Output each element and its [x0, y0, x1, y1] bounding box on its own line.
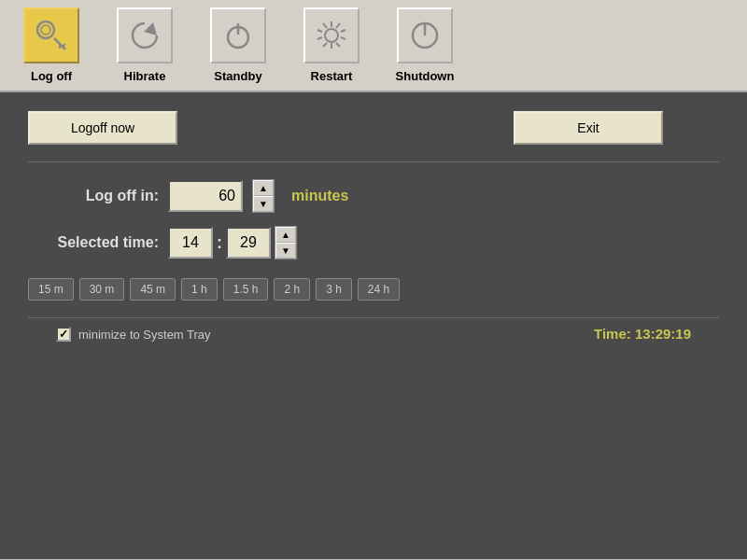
quick-btn-15m[interactable]: 15 m — [28, 278, 74, 301]
svg-point-0 — [37, 21, 54, 38]
svg-line-10 — [323, 23, 327, 28]
logoff-in-label: Log off in: — [28, 188, 159, 204]
logoff-in-spinner: ▲ ▼ — [252, 179, 275, 213]
svg-line-13 — [341, 37, 345, 39]
checkbox-check: ✓ — [59, 328, 68, 341]
current-time-value: 13:29:19 — [635, 326, 691, 342]
toolbar-item-logoff[interactable]: Log off — [19, 7, 84, 83]
logoff-now-button[interactable]: Logoff now — [28, 111, 177, 145]
svg-line-15 — [336, 43, 340, 47]
restart-icon — [303, 7, 359, 63]
minimize-row: ✓ minimize to System Tray — [56, 327, 211, 342]
logoff-in-unit: minutes — [291, 188, 348, 204]
quick-btn-30m[interactable]: 30 m — [79, 278, 125, 301]
minimize-checkbox[interactable]: ✓ — [56, 327, 71, 342]
timer-section: Log off in: 60 ▲ ▼ minutes Selected time… — [28, 179, 719, 301]
toolbar-label-restart: Restart — [311, 69, 353, 83]
toolbar-label-shutdown: Shutdown — [396, 69, 455, 83]
svg-line-8 — [336, 23, 340, 28]
toolbar-item-shutdown[interactable]: Shutdown — [392, 7, 458, 83]
selected-time-spinner: ▲ ▼ — [275, 226, 297, 259]
toolbar-label-standby: Standby — [214, 69, 261, 83]
quick-btn-45m[interactable]: 45 m — [130, 278, 176, 301]
svg-line-12 — [317, 37, 322, 39]
svg-line-4 — [63, 44, 65, 47]
current-time-display: Time: 13:29:19 — [594, 326, 691, 343]
logoff-in-spinner-up[interactable]: ▲ — [253, 180, 274, 196]
selected-time-spinner-down[interactable]: ▼ — [275, 243, 296, 259]
minimize-label: minimize to System Tray — [78, 328, 211, 342]
key-icon — [23, 7, 79, 63]
svg-line-11 — [317, 30, 322, 32]
selected-time-hours: 14 — [168, 227, 213, 259]
exit-btn-container: Exit — [177, 111, 719, 145]
toolbar-item-standby[interactable]: Standby — [205, 7, 271, 83]
toolbar-item-restart[interactable]: Restart — [299, 7, 364, 83]
selected-time-minutes: 29 — [226, 227, 271, 259]
selected-time-display: 14 : 29 ▲ ▼ — [168, 226, 297, 259]
toolbar-label-logoff: Log off — [31, 69, 72, 83]
quick-btn-1h[interactable]: 1 h — [181, 278, 218, 301]
exit-button[interactable]: Exit — [514, 111, 663, 145]
quick-btn-3h[interactable]: 3 h — [316, 278, 352, 301]
quick-btn-24h[interactable]: 24 h — [358, 278, 400, 301]
main-panel: Logoff now Exit Log off in: 60 ▲ ▼ minut… — [0, 92, 747, 559]
logoff-in-spinner-down[interactable]: ▼ — [253, 196, 274, 212]
hibernate-icon — [117, 7, 173, 63]
quick-btn-2h[interactable]: 2 h — [274, 278, 310, 301]
time-label: Time: 13:29:19 — [594, 326, 691, 342]
power-icon — [210, 7, 266, 63]
selected-time-row: Selected time: 14 : 29 ▲ ▼ — [28, 226, 719, 259]
logoff-in-input[interactable]: 60 — [168, 180, 243, 212]
selected-time-spinner-up[interactable]: ▲ — [275, 227, 296, 243]
toolbar-item-hibrate[interactable]: Hibrate — [112, 7, 177, 83]
svg-line-9 — [341, 30, 345, 32]
shutdown-icon — [397, 7, 453, 63]
action-buttons-row: Logoff now Exit — [28, 111, 719, 162]
selected-time-label: Selected time: — [28, 234, 159, 251]
svg-line-14 — [323, 43, 327, 47]
time-colon: : — [217, 233, 222, 253]
toolbar-label-hibrate: Hibrate — [124, 69, 166, 83]
svg-point-1 — [41, 25, 50, 35]
status-bar: ✓ minimize to System Tray Time: 13:29:19 — [28, 317, 719, 350]
quick-btn-15h[interactable]: 1.5 h — [223, 278, 269, 301]
quick-select-row: 15 m 30 m 45 m 1 h 1.5 h 2 h 3 h 24 h — [28, 278, 719, 301]
svg-point-17 — [325, 29, 338, 42]
toolbar: Log off Hibrate Standby — [0, 0, 747, 92]
logoff-in-row: Log off in: 60 ▲ ▼ minutes — [28, 179, 719, 213]
